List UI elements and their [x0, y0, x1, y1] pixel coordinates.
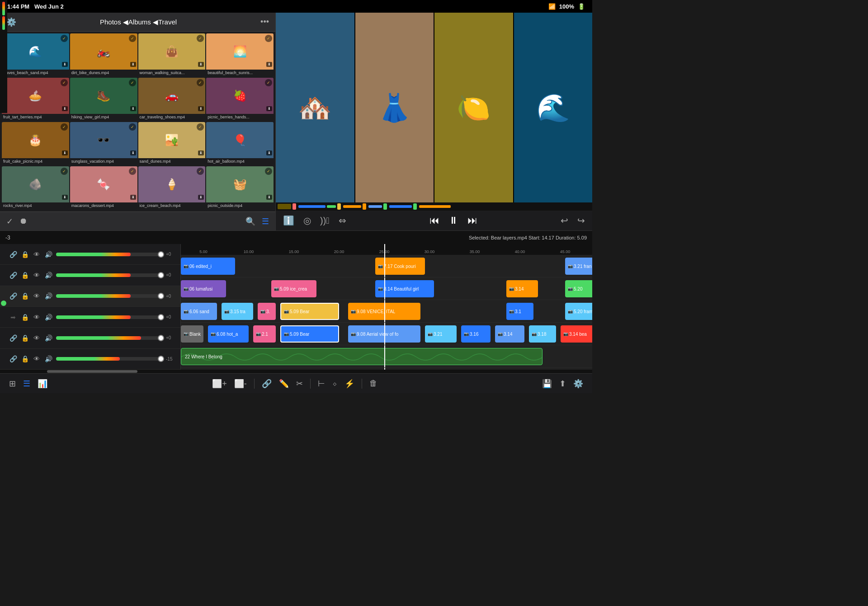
track-clip-1-1[interactable]: 📷5.09 ice_crea	[271, 280, 316, 297]
checkmark-icon[interactable]: ✓	[6, 216, 13, 226]
media-item[interactable]: 🏍️ dirt_bike_dunes.mp431.15 3840×2160 16…	[70, 33, 137, 77]
track-clip-3-8[interactable]: 📷3.18	[529, 325, 556, 343]
eye-icon-5[interactable]: 👁	[33, 355, 41, 362]
volume-icon-1[interactable]: 🔊	[44, 272, 52, 279]
eye-icon-1[interactable]: 👁	[33, 272, 41, 279]
settings-button[interactable]: ⚙️	[573, 379, 583, 389]
media-item[interactable]: 🎂 fruit_cake_picnic.mp425.03 3840×2160 1…	[2, 122, 69, 165]
volume-slider-1[interactable]	[56, 273, 162, 277]
add-media-button[interactable]: ⊞	[9, 379, 16, 389]
link-icon-5[interactable]: 🔗	[9, 355, 17, 362]
link-icon-3[interactable]: ➡	[9, 314, 17, 321]
volume-icon-5[interactable]: 🔊	[44, 355, 52, 362]
media-item[interactable]: 🥧 fruit_tart_berries.mp412.18 3840×2160 …	[2, 78, 69, 121]
remove-clip-button[interactable]: ⬜-	[234, 379, 247, 389]
track-clip-2-1[interactable]: 📷3.15 tra	[222, 303, 253, 320]
razor-button[interactable]: ⚡	[344, 379, 354, 389]
scroll-thumb[interactable]	[47, 370, 137, 373]
link-button[interactable]: 🔗	[262, 379, 272, 389]
volume-icon-3[interactable]: 🔊	[44, 314, 52, 321]
track-clip-3-5[interactable]: 📷3.21	[425, 325, 457, 343]
skip-start-button[interactable]: ⏮	[429, 215, 439, 226]
media-more-icon[interactable]: •••	[260, 17, 269, 27]
track-clip-3-0[interactable]: 📷Blank	[181, 325, 203, 343]
stabilize-button[interactable]: ◎	[303, 215, 311, 226]
media-item[interactable]: 🧺 picnic_outside.mp4 ✓ ⬇	[206, 166, 274, 210]
volume-slider-0[interactable]	[56, 253, 162, 256]
track-clip-0-1[interactable]: 📷7.17 Cook pouri	[375, 258, 425, 275]
track-clip-3-2[interactable]: 📷2.1	[253, 325, 276, 343]
media-item[interactable]: 🕶️ sunglass_vacation.mp457.08 3840×2160 …	[70, 122, 137, 165]
search-icon[interactable]: 🔍	[245, 216, 255, 226]
link-icon-2[interactable]: 🔗	[9, 292, 17, 300]
media-item[interactable]: 👜 woman_walking_suitca...17.07 3840×2160…	[138, 33, 206, 77]
eye-icon-4[interactable]: 👁	[33, 334, 41, 342]
track-clip-2-6[interactable]: 📷5.20 fram	[565, 303, 592, 320]
delete-button[interactable]: 🗑	[369, 379, 377, 388]
media-item[interactable]: 🚗 car_traveling_shoes.mp410.21 3840×2160…	[138, 78, 206, 121]
track-clip-2-5[interactable]: 📷3.1	[506, 303, 533, 320]
list-icon[interactable]: ☰	[262, 216, 269, 226]
link-icon-1[interactable]: 🔗	[9, 272, 17, 279]
track-clip-1-0[interactable]: 📷06 lumafusi	[181, 280, 226, 297]
volume-slider-2[interactable]	[56, 294, 162, 298]
add-clip-button[interactable]: ⬜+	[212, 379, 227, 389]
record-icon[interactable]: ⏺	[19, 216, 28, 226]
link-icon-0[interactable]: 🔗	[9, 251, 17, 258]
media-item[interactable]: 🏜️ sand_dunes.mp41:41.03 3840×2160 16:9 …	[138, 122, 206, 165]
add-marker-button[interactable]: ⬦	[332, 379, 337, 388]
track-clip-0-2[interactable]: 📷3.21 fran	[565, 258, 592, 275]
track-clip-3-6[interactable]: 📷3.16	[461, 325, 491, 343]
skip-end-button[interactable]: ⏭	[467, 215, 477, 226]
volume-icon-0[interactable]: 🔊	[44, 251, 52, 258]
undo-button[interactable]: ↩	[561, 215, 568, 226]
media-item[interactable]: 🎈 hot_air_balloon.mp41:18.17 3840×2160 ⬇	[206, 122, 274, 165]
audio-button[interactable]: ))⃝	[320, 216, 330, 226]
volume-icon-2[interactable]: 🔊	[44, 292, 52, 300]
save-button[interactable]: 💾	[542, 379, 552, 389]
redo-button[interactable]: ↪	[577, 215, 585, 226]
volume-icon-4[interactable]: 🔊	[44, 334, 52, 342]
track-clip-2-3[interactable]: 📷5.09 Bear	[280, 303, 339, 320]
media-item[interactable]: 🪨 rocks_river.mp4 ✓ ⬇	[2, 166, 69, 210]
play-pause-button[interactable]: ⏸	[448, 215, 458, 226]
eye-icon-0[interactable]: 👁	[33, 251, 41, 258]
media-item[interactable]: 🍦 ice_cream_beach.mp4 ✓ ⬇	[138, 166, 206, 210]
media-item[interactable]: 🍓 picnic_berries_hands...6.08 3840×2160 …	[206, 78, 274, 121]
media-item[interactable]: 🍬 macarons_dessert.mp4 ✓ ⬇	[70, 166, 137, 210]
track-clip-0-0[interactable]: 📷06 edited_i	[181, 258, 235, 275]
track-clip-2-0[interactable]: 📷6.06 sand	[181, 303, 217, 320]
media-item[interactable]: 🌊 waves_beach_sand.mp456.04 2720×1530 16…	[2, 33, 69, 77]
lock-icon-1[interactable]: 🔒	[21, 272, 29, 279]
edit-button[interactable]: ✏️	[279, 379, 289, 389]
track-clip-3-7[interactable]: 📷3.14	[495, 325, 524, 343]
media-item[interactable]: 🥾 hiking_view_girl.mp424.15 3840×2160 16…	[70, 78, 137, 121]
track-clip-3-9[interactable]: 📷3.14 bea	[561, 325, 592, 343]
lock-icon-0[interactable]: 🔒	[21, 251, 29, 258]
track-clip-3-3[interactable]: 📷5.09 Bear	[280, 325, 339, 343]
clips-view-button[interactable]: ☰	[23, 379, 30, 389]
volume-slider-4[interactable]	[56, 336, 162, 340]
scroll-bar[interactable]	[0, 370, 592, 373]
split-clip-button[interactable]: ⊢	[318, 379, 325, 389]
track-clip-3-1[interactable]: 📷6.08 hot_a	[208, 325, 249, 343]
export-button[interactable]: ⬆	[559, 379, 566, 389]
lock-icon-2[interactable]: 🔒	[21, 292, 29, 300]
preview-timeline-bar[interactable]	[276, 202, 592, 211]
tracks-area[interactable]: 5.0010.0015.0020.0025.0030.0035.0040.004…	[181, 244, 592, 370]
media-item[interactable]: 🌅 beautiful_beach_sunris...29.15 3840×21…	[206, 33, 274, 77]
trim-button[interactable]: ✂	[296, 379, 303, 389]
audio-clip-where-i-belong[interactable]: 22 Where I Belong	[181, 348, 542, 365]
info-button[interactable]: ℹ️	[283, 215, 294, 226]
volume-slider-5[interactable]	[56, 357, 162, 361]
waveform-view-button[interactable]: 📊	[38, 379, 47, 389]
lock-icon-3[interactable]: 🔒	[21, 314, 29, 321]
link-icon-4[interactable]: 🔗	[9, 334, 17, 342]
lock-icon-5[interactable]: 🔒	[21, 355, 29, 362]
track-clip-1-4[interactable]: 📷5.20	[565, 280, 592, 297]
split-button[interactable]: ⇔	[339, 215, 346, 226]
volume-slider-3[interactable]	[56, 315, 162, 319]
track-clip-1-3[interactable]: 📷3.14	[506, 280, 538, 297]
eye-icon-3[interactable]: 👁	[33, 314, 41, 321]
track-clip-2-2[interactable]: 📷3.	[258, 303, 276, 320]
